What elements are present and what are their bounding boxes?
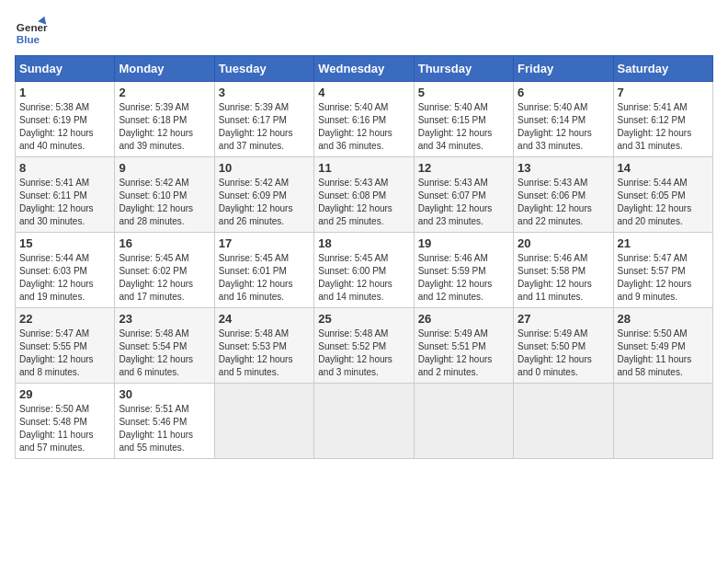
day-number: 23 <box>119 312 210 326</box>
calendar-week-row: 1Sunrise: 5:38 AM Sunset: 6:19 PM Daylig… <box>16 82 713 157</box>
day-info: Sunrise: 5:50 AM Sunset: 5:49 PM Dayligh… <box>618 327 709 379</box>
day-info: Sunrise: 5:50 AM Sunset: 5:48 PM Dayligh… <box>19 403 110 454</box>
day-number: 14 <box>618 161 709 175</box>
calendar-cell: 5Sunrise: 5:40 AM Sunset: 6:15 PM Daylig… <box>414 82 513 157</box>
calendar-cell: 8Sunrise: 5:41 AM Sunset: 6:11 PM Daylig… <box>16 157 115 233</box>
calendar-cell: 24Sunrise: 5:48 AM Sunset: 5:53 PM Dayli… <box>214 308 313 384</box>
day-number: 28 <box>618 312 709 326</box>
day-number: 1 <box>19 86 110 99</box>
day-info: Sunrise: 5:43 AM Sunset: 6:08 PM Dayligh… <box>318 177 409 228</box>
day-info: Sunrise: 5:49 AM Sunset: 5:50 PM Dayligh… <box>518 327 609 379</box>
day-number: 10 <box>219 161 310 175</box>
calendar-cell: 30Sunrise: 5:51 AM Sunset: 5:46 PM Dayli… <box>115 384 214 459</box>
calendar-cell: 20Sunrise: 5:46 AM Sunset: 5:58 PM Dayli… <box>514 233 613 308</box>
day-info: Sunrise: 5:45 AM Sunset: 6:01 PM Dayligh… <box>219 252 310 304</box>
page-header: General Blue <box>15 15 713 48</box>
calendar-cell <box>613 384 712 459</box>
day-info: Sunrise: 5:49 AM Sunset: 5:51 PM Dayligh… <box>418 327 509 379</box>
calendar-cell: 4Sunrise: 5:40 AM Sunset: 6:16 PM Daylig… <box>314 82 414 157</box>
day-number: 6 <box>518 86 609 99</box>
day-info: Sunrise: 5:44 AM Sunset: 6:03 PM Dayligh… <box>19 252 110 304</box>
day-number: 7 <box>618 86 709 99</box>
day-info: Sunrise: 5:43 AM Sunset: 6:07 PM Dayligh… <box>418 177 509 228</box>
weekday-header: Monday <box>115 56 214 82</box>
day-number: 16 <box>119 236 210 250</box>
day-number: 22 <box>19 312 110 326</box>
calendar-cell: 6Sunrise: 5:40 AM Sunset: 6:14 PM Daylig… <box>514 82 613 157</box>
calendar-cell: 17Sunrise: 5:45 AM Sunset: 6:01 PM Dayli… <box>214 233 313 308</box>
logo-icon: General Blue <box>15 15 48 48</box>
day-number: 5 <box>418 86 509 99</box>
day-number: 11 <box>318 161 409 175</box>
day-info: Sunrise: 5:48 AM Sunset: 5:53 PM Dayligh… <box>219 327 310 379</box>
calendar-cell: 7Sunrise: 5:41 AM Sunset: 6:12 PM Daylig… <box>613 82 712 157</box>
day-info: Sunrise: 5:39 AM Sunset: 6:18 PM Dayligh… <box>119 101 210 153</box>
weekday-row: SundayMondayTuesdayWednesdayThursdayFrid… <box>16 56 713 82</box>
day-info: Sunrise: 5:45 AM Sunset: 6:00 PM Dayligh… <box>318 252 409 304</box>
calendar-cell: 13Sunrise: 5:43 AM Sunset: 6:06 PM Dayli… <box>514 157 613 233</box>
weekday-header: Wednesday <box>314 56 414 82</box>
calendar-week-row: 29Sunrise: 5:50 AM Sunset: 5:48 PM Dayli… <box>16 384 713 459</box>
calendar-cell: 22Sunrise: 5:47 AM Sunset: 5:55 PM Dayli… <box>16 308 115 384</box>
day-info: Sunrise: 5:40 AM Sunset: 6:15 PM Dayligh… <box>418 101 509 153</box>
calendar-cell: 19Sunrise: 5:46 AM Sunset: 5:59 PM Dayli… <box>414 233 513 308</box>
calendar-cell: 28Sunrise: 5:50 AM Sunset: 5:49 PM Dayli… <box>613 308 712 384</box>
day-number: 19 <box>418 236 509 250</box>
day-number: 9 <box>119 161 210 175</box>
calendar-cell: 12Sunrise: 5:43 AM Sunset: 6:07 PM Dayli… <box>414 157 513 233</box>
calendar-cell: 16Sunrise: 5:45 AM Sunset: 6:02 PM Dayli… <box>115 233 214 308</box>
weekday-header: Friday <box>514 56 613 82</box>
calendar-cell: 21Sunrise: 5:47 AM Sunset: 5:57 PM Dayli… <box>613 233 712 308</box>
calendar-cell <box>214 384 313 459</box>
day-number: 24 <box>219 312 310 326</box>
day-info: Sunrise: 5:41 AM Sunset: 6:12 PM Dayligh… <box>618 101 709 153</box>
calendar-cell: 26Sunrise: 5:49 AM Sunset: 5:51 PM Dayli… <box>414 308 513 384</box>
day-info: Sunrise: 5:42 AM Sunset: 6:09 PM Dayligh… <box>219 177 310 228</box>
day-number: 26 <box>418 312 509 326</box>
day-number: 27 <box>518 312 609 326</box>
day-info: Sunrise: 5:39 AM Sunset: 6:17 PM Dayligh… <box>219 101 310 153</box>
day-info: Sunrise: 5:46 AM Sunset: 5:58 PM Dayligh… <box>518 252 609 304</box>
day-info: Sunrise: 5:40 AM Sunset: 6:14 PM Dayligh… <box>518 101 609 153</box>
day-info: Sunrise: 5:38 AM Sunset: 6:19 PM Dayligh… <box>19 101 110 153</box>
day-info: Sunrise: 5:47 AM Sunset: 5:57 PM Dayligh… <box>618 252 709 304</box>
weekday-header: Saturday <box>613 56 712 82</box>
weekday-header: Thursday <box>414 56 513 82</box>
day-info: Sunrise: 5:40 AM Sunset: 6:16 PM Dayligh… <box>318 101 409 153</box>
calendar-cell: 11Sunrise: 5:43 AM Sunset: 6:08 PM Dayli… <box>314 157 414 233</box>
day-number: 18 <box>318 236 409 250</box>
day-info: Sunrise: 5:46 AM Sunset: 5:59 PM Dayligh… <box>418 252 509 304</box>
day-number: 25 <box>318 312 409 326</box>
day-number: 30 <box>119 387 210 401</box>
calendar-table: SundayMondayTuesdayWednesdayThursdayFrid… <box>15 55 713 459</box>
day-info: Sunrise: 5:44 AM Sunset: 6:05 PM Dayligh… <box>618 177 709 228</box>
day-number: 12 <box>418 161 509 175</box>
calendar-cell: 10Sunrise: 5:42 AM Sunset: 6:09 PM Dayli… <box>214 157 313 233</box>
day-info: Sunrise: 5:47 AM Sunset: 5:55 PM Dayligh… <box>19 327 110 379</box>
calendar-cell: 15Sunrise: 5:44 AM Sunset: 6:03 PM Dayli… <box>16 233 115 308</box>
day-number: 13 <box>518 161 609 175</box>
day-info: Sunrise: 5:48 AM Sunset: 5:52 PM Dayligh… <box>318 327 409 379</box>
calendar-cell: 1Sunrise: 5:38 AM Sunset: 6:19 PM Daylig… <box>16 82 115 157</box>
day-number: 2 <box>119 86 210 99</box>
svg-text:Blue: Blue <box>17 33 40 45</box>
day-number: 15 <box>19 236 110 250</box>
calendar-cell <box>514 384 613 459</box>
weekday-header: Tuesday <box>214 56 313 82</box>
calendar-header: SundayMondayTuesdayWednesdayThursdayFrid… <box>16 56 713 82</box>
calendar-week-row: 8Sunrise: 5:41 AM Sunset: 6:11 PM Daylig… <box>16 157 713 233</box>
calendar-cell: 3Sunrise: 5:39 AM Sunset: 6:17 PM Daylig… <box>214 82 313 157</box>
day-info: Sunrise: 5:42 AM Sunset: 6:10 PM Dayligh… <box>119 177 210 228</box>
calendar-cell <box>414 384 513 459</box>
calendar-cell: 14Sunrise: 5:44 AM Sunset: 6:05 PM Dayli… <box>613 157 712 233</box>
calendar-cell <box>314 384 414 459</box>
weekday-header: Sunday <box>16 56 115 82</box>
day-info: Sunrise: 5:45 AM Sunset: 6:02 PM Dayligh… <box>119 252 210 304</box>
calendar-cell: 29Sunrise: 5:50 AM Sunset: 5:48 PM Dayli… <box>16 384 115 459</box>
calendar-week-row: 15Sunrise: 5:44 AM Sunset: 6:03 PM Dayli… <box>16 233 713 308</box>
day-info: Sunrise: 5:51 AM Sunset: 5:46 PM Dayligh… <box>119 403 210 454</box>
day-number: 29 <box>19 387 110 401</box>
day-number: 3 <box>219 86 310 99</box>
calendar-body: 1Sunrise: 5:38 AM Sunset: 6:19 PM Daylig… <box>16 82 713 459</box>
day-info: Sunrise: 5:48 AM Sunset: 5:54 PM Dayligh… <box>119 327 210 379</box>
